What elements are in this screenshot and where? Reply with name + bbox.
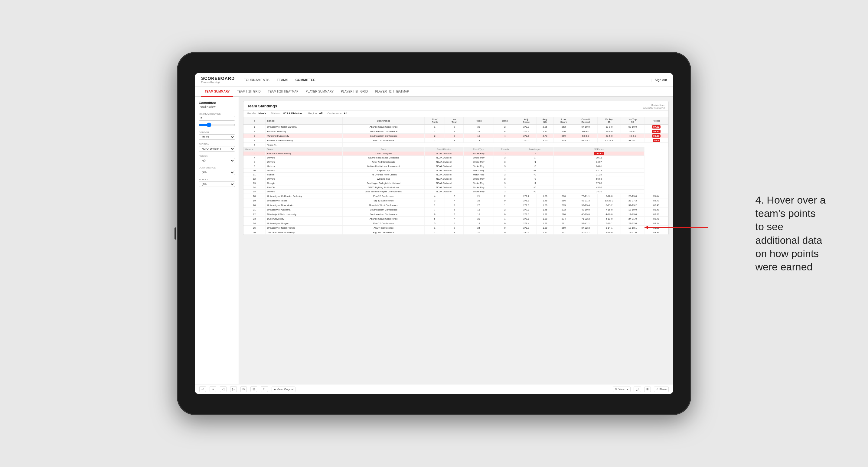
cell-overall: 67-10-0 [574, 125, 597, 129]
watch-button[interactable]: 👁 Watch ▾ [613, 386, 630, 392]
cell-wins: 2 [494, 138, 516, 143]
cell-low-score: 262 [554, 125, 574, 129]
cell-rnds: 13 [464, 208, 494, 212]
cell-school: Vanderbilt University [265, 134, 342, 138]
nav-teams[interactable]: TEAMS [277, 77, 288, 83]
division-select[interactable]: NCAA Division I NCAA Division II NCAA Di… [199, 146, 235, 152]
cell-vs25: 29-4-0 [597, 129, 621, 134]
cell-conference: Atlantic Coast Conference [343, 125, 425, 129]
tooltip-data-row: 9 Univers National Invitational Tourname… [244, 164, 669, 168]
tooltip-col-type: Event Type [464, 147, 494, 152]
cell-points[interactable]: 88.49 [645, 203, 669, 208]
forward-button[interactable]: ▷ [230, 386, 237, 392]
standings-header: Team Standings Update time: 13/03/2024 1… [244, 101, 669, 111]
cell-rnds: 23 [464, 129, 494, 134]
min-rounds-input[interactable] [199, 116, 235, 121]
tooltip-cell-team: Univers [265, 160, 342, 164]
tooltip-cell-points: 42.73 [554, 168, 644, 173]
nav-bar: SCOREBOARD Powered by clippi TOURNAMENTS… [195, 73, 673, 87]
cell-points[interactable]: 97.02 [645, 125, 669, 129]
sidebar-subtitle: Portal Review [199, 105, 235, 108]
cell-vs25: 5-11-2 [597, 203, 621, 208]
view-original-button[interactable]: ▶ View: Original [272, 386, 296, 392]
tooltip-cell-points: 97.88 [554, 181, 644, 185]
tooltip-header-row: Univers Team Event Event Division Event … [244, 147, 669, 152]
cell-rank: 20 [244, 203, 265, 208]
cell-school: University of Oregon [265, 221, 342, 226]
cell-points[interactable]: 90.20 [645, 134, 669, 138]
gender-select[interactable]: Men's Women's [199, 134, 235, 140]
nav-tournaments[interactable]: TOURNAMENTS [244, 77, 270, 83]
grid-button[interactable]: ⊞ [644, 386, 651, 392]
undo-button[interactable]: ↩ [199, 386, 206, 392]
conference-select[interactable]: (All) [199, 170, 235, 175]
tooltip-cell-points: 30-13 [554, 156, 644, 160]
redo-button[interactable]: ↪ [210, 386, 216, 392]
tab-team-summary[interactable]: TEAM SUMMARY [201, 87, 233, 97]
nav-links: TOURNAMENTS TEAMS COMMITTEE [244, 77, 651, 83]
cell-avg-sg: 2.82 [536, 129, 554, 134]
cell-vs25: 33-9-0 [597, 125, 621, 129]
cell-rnds: 18 [464, 221, 494, 226]
filter-conference-label: Conference: [327, 112, 342, 115]
cell-conf-rank: 1 [425, 125, 445, 129]
cell-points[interactable]: 79.5 [645, 138, 669, 143]
tooltip-cell-division: NCAA Division I [425, 152, 464, 156]
cell-points[interactable]: 88.07 [645, 194, 669, 198]
school-select[interactable]: (All) [199, 182, 235, 187]
tab-team-h2h-grid[interactable]: TEAM H2H GRID [233, 87, 264, 97]
tooltip-cell-event: National Invitational Tournament [343, 164, 425, 168]
cell-points[interactable]: 88.14 [645, 221, 669, 226]
cell-vs50: 12-18-1 [621, 226, 645, 230]
tooltip-cell-rank: +0 [516, 173, 554, 177]
col-school: School [265, 117, 342, 125]
tooltip-cell-type: Match Play [464, 168, 494, 173]
region-select[interactable]: N/A All [199, 158, 235, 163]
logo-area: SCOREBOARD Powered by clippi [201, 76, 235, 84]
cell-points[interactable]: 83.89 [645, 226, 669, 230]
sign-out-button[interactable]: Sign out [655, 78, 667, 82]
redo-icon: ↪ [212, 387, 214, 391]
cell-avg-sg: 1.22 [536, 230, 554, 235]
cell-overall: 42-10-0 [574, 208, 597, 212]
tab-player-h2h-grid[interactable]: PLAYER H2H GRID [337, 87, 371, 97]
cell-points[interactable]: 93.31 [645, 129, 669, 134]
tooltip-cell-division: NCAA Division I [425, 181, 464, 185]
cell-points[interactable]: 83.81 [645, 212, 669, 217]
cell-avg-sg: 1.45 [536, 208, 554, 212]
comment-button[interactable]: 💬 [633, 386, 641, 392]
cell-points[interactable]: 88.71 [645, 217, 669, 221]
tooltip-cell-team: Univers [265, 190, 342, 194]
min-rounds-slider[interactable] [199, 123, 235, 127]
copy-button[interactable]: ⧉ [241, 386, 247, 392]
share-button[interactable]: ↗ Share [654, 386, 669, 392]
tooltip-cell-type: Stroke Play [464, 177, 494, 181]
clock-button[interactable]: ⏱ [261, 386, 268, 392]
bottom-toolbar: ↩ ↪ ◁ ▷ ⧉ ⊞ ⏱ ▶ View: Original [195, 384, 673, 394]
tooltip-cell-points: 84.97 [554, 160, 644, 164]
tab-player-summary[interactable]: PLAYER SUMMARY [302, 87, 337, 97]
tooltip-cell: 7 [244, 156, 265, 160]
cell-points[interactable]: 88.48 [645, 208, 669, 212]
cell-overall: 46-29-0 [574, 212, 597, 217]
filter-region-value: All [319, 112, 323, 115]
cell-overall: 87-25-1 [574, 138, 597, 143]
tab-team-h2h-heatmap[interactable]: TEAM H2H HEATMAP [264, 87, 302, 97]
tooltip-cell-rank: +1 [516, 160, 554, 164]
cell-points[interactable]: 83.94 [645, 230, 669, 235]
cell-adj-score: 276.1 [516, 198, 536, 203]
tooltip-col-event: Event [343, 147, 425, 152]
tooltip-cell-rounds: 3 [494, 160, 516, 164]
cell-rnds: 21 [464, 194, 494, 198]
cell-overall: 71-22-2 [574, 217, 597, 221]
cell-adj-score: 280.7 [516, 230, 536, 235]
tooltip-cell-rounds: 2 [494, 173, 516, 177]
back-button[interactable]: ◁ [220, 386, 226, 392]
col-no-tour: NoTour [445, 117, 464, 125]
cell-points[interactable]: 88.70 [645, 198, 669, 203]
paste-button[interactable]: ⊞ [250, 386, 257, 392]
table-row: 1 University of North Carolina Atlantic … [244, 125, 669, 129]
cell-wins: 2 [494, 125, 516, 129]
tab-player-h2h-heatmap[interactable]: PLAYER H2H HEATMAP [371, 87, 412, 97]
nav-committee[interactable]: COMMITTEE [296, 77, 315, 83]
